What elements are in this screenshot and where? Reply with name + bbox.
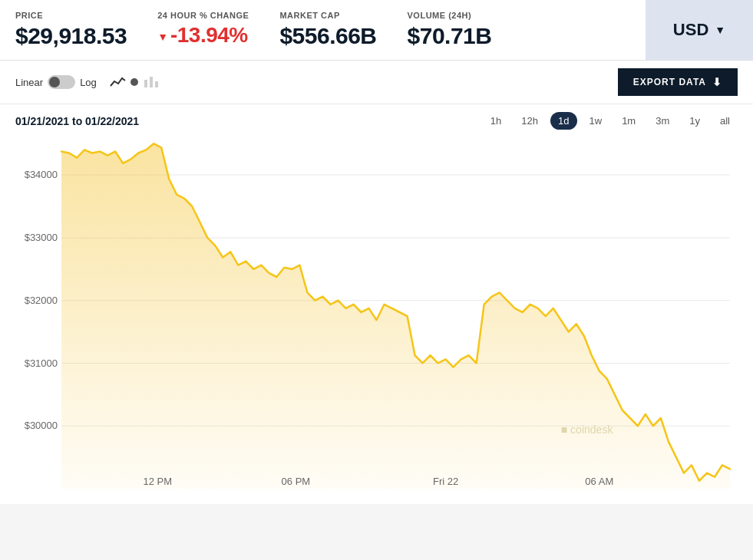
- price-value: $29,918.53: [15, 23, 127, 49]
- svg-text:12 PM: 12 PM: [143, 476, 172, 487]
- svg-text:■ coindesk: ■ coindesk: [561, 423, 614, 436]
- price-stat: PRICE $29,918.53: [15, 11, 127, 49]
- svg-rect-2: [155, 81, 158, 87]
- date-from: 01/21/2021: [15, 115, 69, 127]
- linear-label: Linear: [15, 77, 43, 88]
- chart-controls-left: Linear Log: [15, 74, 160, 91]
- log-label: Log: [80, 77, 97, 88]
- currency-selector[interactable]: USD ▼: [646, 0, 753, 60]
- chart-type-icons: [109, 74, 160, 91]
- change-stat: 24 HOUR % CHANGE -13.94%: [157, 11, 249, 49]
- toggle-knob: [49, 77, 60, 87]
- header-stats: PRICE $29,918.53 24 HOUR % CHANGE -13.94…: [0, 0, 646, 60]
- date-separator: to: [72, 115, 85, 127]
- currency-dropdown-icon: ▼: [715, 24, 725, 36]
- svg-rect-1: [150, 77, 153, 87]
- svg-rect-0: [144, 80, 147, 87]
- marketcap-value: $556.66B: [279, 23, 376, 49]
- volume-stat: VOLUME (24H) $70.71B: [408, 11, 492, 49]
- date-range-bar: 01/21/2021 to 01/22/2021 1h 12h 1d 1w 1m…: [0, 104, 753, 136]
- time-btn-1w[interactable]: 1w: [582, 112, 610, 130]
- export-data-button[interactable]: EXPORT DATA ⬇: [618, 68, 738, 96]
- scale-toggle: Linear Log: [15, 75, 97, 89]
- time-btn-3m[interactable]: 3m: [648, 112, 677, 130]
- svg-text:Fri 22: Fri 22: [433, 476, 458, 487]
- svg-text:$33000: $33000: [25, 232, 58, 243]
- time-btn-1m[interactable]: 1m: [614, 112, 643, 130]
- svg-text:$32000: $32000: [25, 295, 58, 306]
- time-btn-12h[interactable]: 12h: [514, 112, 546, 130]
- svg-text:$34000: $34000: [25, 169, 58, 180]
- download-icon: ⬇: [712, 76, 722, 88]
- bar-chart-icon[interactable]: [143, 74, 160, 91]
- linear-log-toggle[interactable]: [48, 75, 75, 89]
- marketcap-stat: MARKET CAP $556.66B: [279, 11, 376, 49]
- date-range: 01/21/2021 to 01/22/2021: [15, 115, 139, 127]
- volume-label: VOLUME (24H): [408, 11, 492, 20]
- change-value: -13.94%: [157, 23, 249, 48]
- chart-area: $34000 $33000 $32000 $31000 $30000 12 PM…: [15, 136, 738, 489]
- currency-label: USD: [673, 20, 708, 40]
- svg-text:$31000: $31000: [25, 357, 58, 368]
- active-dot-indicator: [130, 78, 138, 86]
- svg-text:06 PM: 06 PM: [282, 476, 311, 487]
- header-bar: PRICE $29,918.53 24 HOUR % CHANGE -13.94…: [0, 0, 753, 61]
- line-chart-icon[interactable]: [109, 74, 126, 91]
- chart-controls: Linear Log: [0, 61, 753, 104]
- svg-text:06 AM: 06 AM: [585, 476, 613, 487]
- volume-value: $70.71B: [408, 23, 492, 49]
- time-btn-all[interactable]: all: [712, 112, 738, 130]
- svg-text:$30000: $30000: [25, 420, 58, 431]
- price-label: PRICE: [15, 11, 127, 20]
- time-btn-1h[interactable]: 1h: [483, 112, 509, 130]
- export-label: EXPORT DATA: [633, 77, 706, 87]
- marketcap-label: MARKET CAP: [279, 11, 376, 20]
- time-btn-1d[interactable]: 1d: [550, 112, 576, 130]
- change-label: 24 HOUR % CHANGE: [157, 11, 249, 20]
- time-buttons: 1h 12h 1d 1w 1m 3m 1y all: [483, 112, 738, 130]
- chart-container: $34000 $33000 $32000 $31000 $30000 12 PM…: [0, 136, 753, 504]
- time-btn-1y[interactable]: 1y: [682, 112, 708, 130]
- price-chart: $34000 $33000 $32000 $31000 $30000 12 PM…: [15, 136, 738, 489]
- date-to: 01/22/2021: [85, 115, 139, 127]
